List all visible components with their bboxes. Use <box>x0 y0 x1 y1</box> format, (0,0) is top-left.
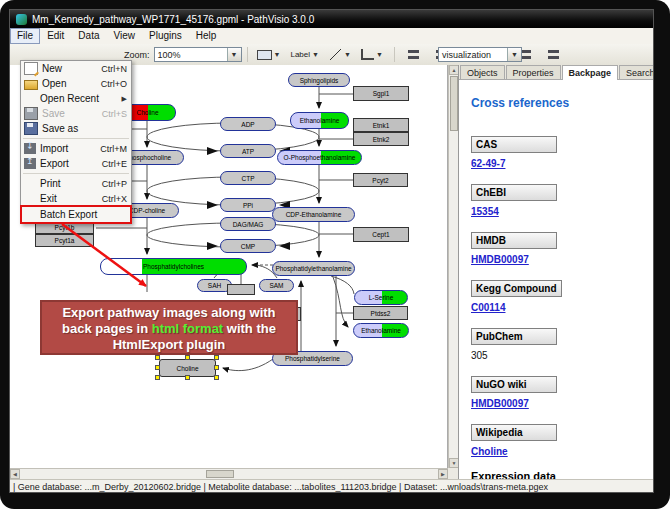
line-tool-button[interactable]: ▼ <box>326 45 356 64</box>
menu-item-label: Batch Export <box>40 209 127 220</box>
vscroll-thumb[interactable] <box>450 76 458 131</box>
file-menu: NewCtrl+NOpenCtrl+OOpen Recent▶SaveCtrl+… <box>20 60 132 224</box>
align-center-horizontal-button[interactable] <box>403 45 425 64</box>
xref-link[interactable]: C00114 <box>471 302 505 313</box>
selection-handle[interactable] <box>185 375 190 380</box>
scroll-left-icon[interactable]: ◀ <box>10 469 20 479</box>
menu-item-shortcut: Ctrl+E <box>102 159 127 169</box>
node-sgpl1[interactable]: Sgpl1 <box>353 86 409 101</box>
menu-plugins[interactable]: Plugins <box>142 28 189 44</box>
node-o-phosphoethanolamine[interactable]: O-Phosphoethanolamine <box>277 150 362 165</box>
toolbar-separator <box>247 47 248 62</box>
xref-link[interactable]: 15354 <box>471 206 499 217</box>
node-etnk2[interactable]: Etnk2 <box>353 132 409 146</box>
file-menu-item-new[interactable]: NewCtrl+N <box>21 61 131 76</box>
menu-item-shortcut: Ctrl+P <box>102 179 127 189</box>
node-phosphatidylethanolamine[interactable]: Phosphatidylethanolamine <box>272 261 355 276</box>
canvas-vertical-scrollbar[interactable]: ▲ ▼ <box>448 65 458 468</box>
xref-section-title: HMDB <box>471 232 557 249</box>
selection-handle[interactable] <box>155 375 160 380</box>
node-cept1[interactable]: Cept1 <box>353 227 409 242</box>
node-pcyt1a[interactable]: Pcyt1a <box>35 234 94 247</box>
label-tool-button[interactable]: Label▼ <box>287 45 324 64</box>
xref-link[interactable]: 62-49-7 <box>471 158 505 169</box>
selection-handle[interactable] <box>155 355 160 360</box>
titlebar[interactable]: Mm_Kennedy_pathway_WP1771_45176.gpml - P… <box>10 10 653 28</box>
menu-help[interactable]: Help <box>189 28 224 44</box>
node-ctp[interactable]: CTP <box>220 171 276 185</box>
file-menu-item-print[interactable]: PrintCtrl+P <box>21 176 131 191</box>
file-menu-item-open-recent[interactable]: Open Recent▶ <box>21 91 131 106</box>
xref-link[interactable]: Choline <box>471 446 508 457</box>
node-ppi[interactable]: PPi <box>220 198 276 212</box>
xref-link[interactable]: HMDB00097 <box>471 398 529 409</box>
node-cdp-ethanolamine[interactable]: CDP-Ethanolamine <box>272 207 355 222</box>
tab-objects[interactable]: Objects <box>460 65 505 79</box>
file-menu-item-exit[interactable]: ExitCtrl+X <box>21 191 131 206</box>
selection-handle[interactable] <box>185 355 190 360</box>
zoom-combobox[interactable]: 100% ▼ <box>154 47 242 62</box>
xref-sections: CAS62-49-7ChEBI15354HMDBHMDB00097Kegg Co… <box>471 134 654 457</box>
chevron-down-icon[interactable]: ▼ <box>507 48 521 61</box>
node-pcyt2[interactable]: Pcyt2 <box>353 173 408 187</box>
chevron-down-icon[interactable]: ▼ <box>227 48 241 61</box>
xref-section-cas: CAS62-49-7 <box>471 134 654 169</box>
menu-item-label: New <box>42 63 101 74</box>
file-menu-item-import[interactable]: ImportCtrl+M <box>21 141 131 156</box>
scroll-right-icon[interactable]: ▶ <box>438 469 448 479</box>
submenu-arrow-icon: ▶ <box>122 95 127 103</box>
file-menu-item-save[interactable]: SaveCtrl+S <box>21 106 131 121</box>
export-icon <box>24 158 36 169</box>
xref-section-title: Wikipedia <box>471 424 557 441</box>
chevron-down-icon[interactable]: ▼ <box>312 51 319 58</box>
tab-backpage[interactable]: Backpage <box>562 65 619 80</box>
file-menu-item-export[interactable]: ExportCtrl+E <box>21 156 131 171</box>
xref-section-title: PubChem <box>471 328 557 345</box>
xref-section-pubchem: PubChem305 <box>471 326 654 361</box>
node-ethanolamine-top[interactable]: Ethanolamine <box>290 112 349 129</box>
xref-link[interactable]: HMDB00097 <box>471 254 529 265</box>
node-ptdss2[interactable]: Ptdss2 <box>353 306 408 320</box>
xref-section-title: NuGO wiki <box>471 376 557 393</box>
connector-tool-button[interactable]: ▼ <box>358 45 388 64</box>
node-cmp[interactable]: CMP <box>220 239 276 253</box>
node-atp[interactable]: ATP <box>220 144 276 158</box>
node-sphingolipids[interactable]: Sphingolipids <box>288 73 350 87</box>
xref-section-title: ChEBI <box>471 184 557 201</box>
zoom-label: Zoom: <box>124 50 150 60</box>
selection-handle[interactable] <box>214 365 219 370</box>
common-height-button[interactable] <box>543 45 565 64</box>
canvas-horizontal-scrollbar[interactable]: ◀ ▶ <box>10 468 448 479</box>
node-l-serine[interactable]: L-Serine <box>354 290 408 305</box>
selection-handle[interactable] <box>155 365 160 370</box>
tab-properties[interactable]: Properties <box>506 65 561 79</box>
visualization-combobox[interactable]: visualization ▼ <box>438 47 522 62</box>
screenshot: Mm_Kennedy_pathway_WP1771_45176.gpml - P… <box>0 0 670 509</box>
menu-view[interactable]: View <box>106 28 142 44</box>
selection-handle[interactable] <box>214 375 219 380</box>
node-dag-mag[interactable]: DAG/MAG <box>220 217 276 231</box>
menu-data[interactable]: Data <box>71 28 106 44</box>
selection-handle[interactable] <box>214 355 219 360</box>
file-menu-item-save-as[interactable]: Save as <box>21 121 131 136</box>
toolbar-separator <box>394 47 395 62</box>
hscroll-thumb[interactable] <box>206 470 234 478</box>
node-phosphatidylcholines[interactable]: Phosphatidylcholines <box>100 258 247 275</box>
chevron-down-icon[interactable]: ▼ <box>376 51 383 58</box>
node-sam[interactable]: SAM <box>259 279 294 292</box>
node-pemt-box[interactable] <box>227 284 255 295</box>
file-menu-item-batch-export[interactable]: Batch Export <box>21 206 131 223</box>
import-icon <box>24 143 36 154</box>
menu-item-label: Exit <box>40 193 102 204</box>
chevron-down-icon[interactable]: ▼ <box>274 51 281 58</box>
node-ethanolamine-bottom[interactable]: Ethanolamine <box>353 323 409 338</box>
menu-file[interactable]: File <box>10 28 40 44</box>
gene-product-tool-button[interactable]: ▼ <box>254 45 286 64</box>
node-etnk1[interactable]: Etnk1 <box>353 118 409 132</box>
file-menu-item-open[interactable]: OpenCtrl+O <box>21 76 131 91</box>
chevron-down-icon[interactable]: ▼ <box>344 51 351 58</box>
menu-edit[interactable]: Edit <box>40 28 71 44</box>
node-adp[interactable]: ADP <box>220 117 276 131</box>
menu-item-label: Print <box>40 178 102 189</box>
tab-search[interactable]: Search <box>619 65 654 79</box>
